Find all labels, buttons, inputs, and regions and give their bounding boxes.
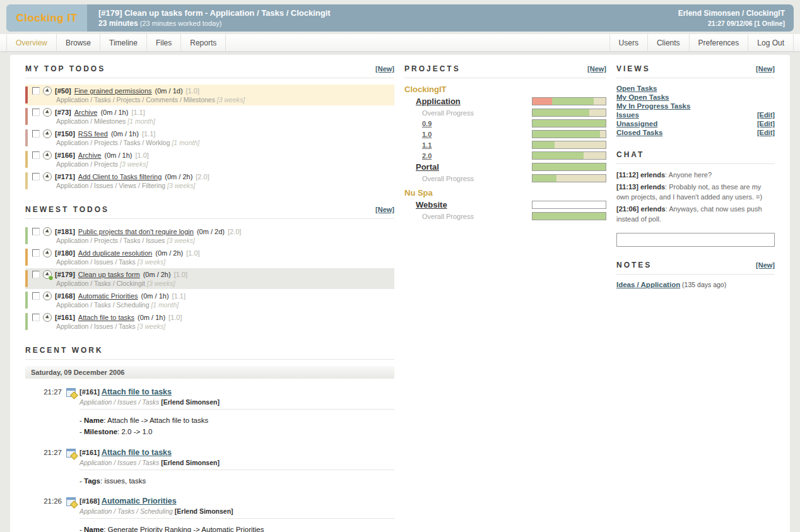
clock-online-status: 21:27 09/12/06 [1 Online] <box>678 20 785 27</box>
view-link[interactable]: Closed Tasks <box>616 129 662 136</box>
todo-title-link[interactable]: Archive <box>78 151 102 159</box>
start-work-icon[interactable] <box>43 129 52 138</box>
worklog-task-link[interactable]: Attach file to tasks <box>102 448 172 457</box>
new-view-link[interactable]: [New] <box>756 65 775 73</box>
app-logo[interactable]: Clocking IT <box>6 4 87 32</box>
worklog-task-link[interactable]: Attach file to tasks <box>102 387 172 396</box>
start-work-icon[interactable] <box>43 227 52 236</box>
project-progress-label: Overall Progress <box>404 213 532 220</box>
todo-checkbox[interactable] <box>32 271 40 278</box>
worklog-change: - Name: Attach file -> Attach file to ta… <box>79 415 394 427</box>
todo-checkbox[interactable] <box>32 173 40 180</box>
project-progress-label: Overall Progress <box>404 175 532 182</box>
tab-files[interactable]: Files <box>147 34 181 51</box>
view-edit-link[interactable]: [Edit] <box>757 120 775 127</box>
todo-checkbox[interactable] <box>32 87 40 95</box>
todo-checkbox[interactable] <box>32 130 40 138</box>
todo-duration: (0m / 2h) <box>155 249 183 257</box>
todo-id: [#150] <box>55 130 75 138</box>
start-work-icon[interactable] <box>43 86 52 95</box>
todo-age: [1 month] <box>127 117 155 125</box>
progress-segment <box>532 109 589 116</box>
view-link[interactable]: My In Progress Tasks <box>616 102 690 110</box>
section-title-notes: NOTES <box>616 261 652 269</box>
view-link[interactable]: Open Tasks <box>616 85 657 92</box>
divider <box>25 78 394 78</box>
todo-checkbox[interactable] <box>32 228 40 235</box>
new-project-link[interactable]: [New] <box>587 65 606 73</box>
project-row: Portal <box>404 162 606 172</box>
new-todo-link[interactable]: [New] <box>375 206 394 213</box>
current-task-title: [#179] Clean up tasks form - Application… <box>98 8 331 18</box>
todo-duration: (0m / 1h) <box>104 151 132 159</box>
todo-checkbox[interactable] <box>32 151 40 159</box>
progress-bar <box>532 201 606 209</box>
milestone-link[interactable]: 2.0 <box>422 152 432 160</box>
todo-title-link[interactable]: Fine grained permissions <box>74 87 152 95</box>
start-work-icon[interactable] <box>43 108 52 117</box>
todo-title-link[interactable]: Add Client to Tasks filtering <box>78 173 162 180</box>
todo-title-link[interactable]: Automatic Priorities <box>78 292 138 300</box>
tab-overview[interactable]: Overview <box>6 34 57 51</box>
todo-checkbox[interactable] <box>32 109 40 116</box>
tab-reports[interactable]: Reports <box>181 34 226 51</box>
new-todo-link[interactable]: [New] <box>375 65 394 73</box>
section-title-chat: CHAT <box>616 150 644 159</box>
right-column: VIEWS [New] Open TasksMy Open TasksMy In… <box>616 64 775 532</box>
user-project-label: Erlend Simonsen / ClockingIT <box>678 9 785 18</box>
todo-title-link[interactable]: RSS feed <box>78 130 108 138</box>
start-work-icon[interactable] <box>43 172 52 181</box>
tab-timeline[interactable]: Timeline <box>100 34 147 51</box>
project-link[interactable]: Portal <box>416 162 439 172</box>
todo-checkbox[interactable] <box>32 314 40 321</box>
project-link[interactable]: Website <box>416 200 447 210</box>
project-link[interactable]: Application <box>416 97 461 106</box>
worklog-task-link[interactable]: Automatic Priorities <box>102 497 177 505</box>
tab-browse[interactable]: Browse <box>57 34 100 51</box>
new-note-link[interactable]: [New] <box>756 261 775 269</box>
milestone-link[interactable]: 0.9 <box>422 120 432 127</box>
view-edit-link[interactable]: [Edit] <box>757 111 775 119</box>
todo-title-link[interactable]: Public projects that don't require login <box>78 228 194 235</box>
view-link[interactable]: My Open Tasks <box>616 93 669 101</box>
view-link[interactable]: Issues <box>616 111 639 119</box>
todo-project-path: Application / Projects / Tasks / Worklog… <box>56 139 393 146</box>
milestone-link[interactable]: 1.0 <box>422 131 432 138</box>
tab-preferences[interactable]: Preferences <box>690 34 749 51</box>
tab-users[interactable]: Users <box>609 34 648 51</box>
todo-item: [#50]Fine grained permissions(0m / 1d)[1… <box>25 85 394 105</box>
tab-logout[interactable]: Log Out <box>748 34 794 51</box>
todo-project-path: Application / Issues / Views / Filtering… <box>56 182 393 189</box>
chat-message: [21:06] erlends: Anyways, chat now uses … <box>616 204 775 224</box>
start-work-icon[interactable] <box>43 249 52 257</box>
priority-color-bar <box>25 292 28 309</box>
start-work-icon[interactable] <box>43 151 52 160</box>
view-link[interactable]: Unassigned <box>616 120 657 127</box>
start-work-icon[interactable] <box>43 292 52 300</box>
header-user-info: Erlend Simonsen / ClockingIT 21:27 09/12… <box>678 9 785 27</box>
worklog-time: 21:27 <box>25 387 62 438</box>
todo-path-text: Application / Projects / Tasks / Issues <box>56 237 167 244</box>
chat-input[interactable] <box>616 233 775 247</box>
note-link[interactable]: Ideas / Application <box>616 281 680 288</box>
app-logo-text: Clocking IT <box>16 12 77 25</box>
start-work-icon[interactable] <box>43 313 52 322</box>
todo-checkbox[interactable] <box>32 292 40 300</box>
todo-title-link[interactable]: Add duplicate resolution <box>78 249 152 257</box>
todo-age: [3 weeks] <box>138 258 165 266</box>
tab-clients[interactable]: Clients <box>648 34 690 51</box>
todo-title-link[interactable]: Attach file to tasks <box>78 314 134 321</box>
progress-segment <box>600 131 606 138</box>
view-edit-link[interactable]: [Edit] <box>757 129 775 136</box>
project-row: 2.0 <box>404 151 606 160</box>
milestone-link[interactable]: 1.1 <box>422 141 432 149</box>
worklog-user: [Erlend Simonsen] <box>161 398 220 406</box>
worked-time-note: (23 minutes worked today) <box>140 20 222 27</box>
todo-item: [#179]Clean up tasks form(0m / 2h)[1.0]A… <box>25 268 394 289</box>
start-work-icon[interactable] <box>43 270 52 279</box>
worklog-time: 21:27 <box>25 448 62 487</box>
todo-title-link[interactable]: Clean up tasks form <box>78 271 140 278</box>
todo-project-path: Application / Tasks / Scheduling [1 mont… <box>56 301 393 309</box>
todo-checkbox[interactable] <box>32 249 40 257</box>
todo-title-link[interactable]: Archive <box>74 109 98 116</box>
